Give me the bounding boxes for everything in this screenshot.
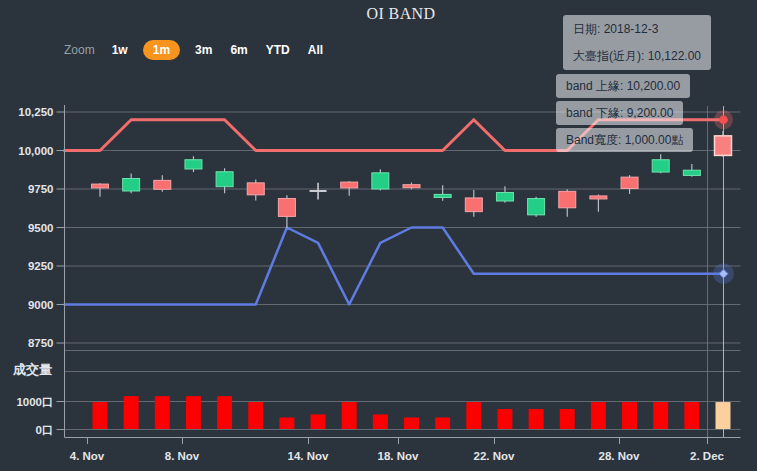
volume-bar: [435, 417, 450, 429]
down-candle: [621, 177, 638, 188]
chart-canvas[interactable]: 10,25010,000975095009250900087501000口0口成…: [0, 0, 757, 471]
range-button-all[interactable]: All: [305, 40, 326, 60]
volume-bar: [404, 417, 419, 429]
volume-bar: [653, 402, 668, 429]
down-candle: [154, 180, 171, 189]
tooltip-date-line: 日期: 2018-12-3: [573, 22, 701, 36]
svg-text:22. Nov: 22. Nov: [474, 450, 516, 462]
zoom-label: Zoom: [64, 43, 95, 57]
svg-text:9500: 9500: [28, 222, 54, 234]
volume-bar: [217, 396, 232, 429]
svg-text:10,250: 10,250: [18, 106, 53, 118]
down-candle: [92, 184, 109, 188]
svg-text:4. Nov: 4. Nov: [70, 450, 105, 462]
up-candle: [652, 160, 669, 172]
range-button-3m[interactable]: 3m: [192, 40, 215, 60]
tooltip-band-width-box: Band寬度: 1,000.00點: [556, 128, 693, 152]
volume-bar: [342, 402, 357, 429]
up-candle: [185, 160, 202, 169]
volume-bar: [560, 409, 575, 429]
down-candle: [715, 136, 732, 156]
svg-text:9250: 9250: [28, 260, 54, 272]
volume-bar: [684, 402, 699, 429]
range-button-1w[interactable]: 1w: [109, 40, 131, 60]
down-candle: [403, 185, 420, 188]
volume-bar: [716, 402, 731, 429]
up-candle: [683, 170, 700, 175]
volume-bar: [93, 402, 108, 429]
svg-text:1000口: 1000口: [16, 396, 53, 408]
svg-text:8750: 8750: [28, 337, 54, 349]
volume-bar: [591, 402, 606, 429]
range-button-6m[interactable]: 6m: [227, 40, 250, 60]
up-candle: [528, 199, 545, 215]
volume-bar: [248, 402, 263, 429]
volume-bar: [186, 396, 201, 429]
volume-bar: [311, 414, 326, 429]
up-candle: [372, 173, 389, 189]
up-candle: [123, 179, 140, 191]
tooltip-band-lower-box: band 下緣: 9,200.00: [556, 101, 683, 125]
gridlines: [65, 106, 741, 438]
volume-bar: [279, 417, 294, 429]
svg-text:8. Nov: 8. Nov: [165, 450, 200, 462]
upper-band-marker: [719, 115, 728, 124]
down-candle: [465, 198, 482, 212]
svg-text:10,000: 10,000: [18, 145, 53, 157]
tooltip-main-box: 日期: 2018-12-3 大臺指(近月): 10,122.00: [563, 15, 711, 70]
volume-bar: [622, 402, 637, 429]
oi-band-chart-app: 10,25010,000975095009250900087501000口0口成…: [0, 0, 757, 471]
down-candle: [590, 196, 607, 199]
svg-text:18. Nov: 18. Nov: [378, 450, 420, 462]
tooltip-price-line: 大臺指(近月): 10,122.00: [573, 49, 701, 63]
range-selector: Zoom 1w 1m 3m 6m YTD All: [64, 40, 326, 60]
range-button-1m[interactable]: 1m: [143, 40, 180, 60]
volume-bar: [155, 396, 170, 429]
down-candle: [559, 191, 576, 207]
volume-bar: [124, 396, 139, 429]
up-candle: [496, 193, 513, 201]
volume-bar: [466, 402, 481, 429]
volume-bar: [497, 409, 512, 429]
svg-text:14. Nov: 14. Nov: [288, 450, 330, 462]
up-candle: [434, 194, 451, 197]
down-candle: [278, 199, 295, 217]
volume-bar: [373, 414, 388, 429]
volume-axis-title: 成交量: [12, 362, 52, 377]
tooltip-band-upper-box: band 上緣: 10,200.00: [556, 74, 690, 98]
volume-bar: [529, 409, 544, 429]
series: [65, 110, 735, 429]
svg-text:2. Dec: 2. Dec: [690, 450, 724, 462]
down-candle: [247, 183, 264, 195]
svg-text:28. Nov: 28. Nov: [599, 450, 641, 462]
up-candle: [216, 172, 233, 187]
down-candle: [341, 182, 358, 188]
range-button-ytd[interactable]: YTD: [263, 40, 293, 60]
svg-text:9750: 9750: [28, 183, 54, 195]
svg-text:9000: 9000: [28, 299, 54, 311]
svg-text:0口: 0口: [36, 424, 54, 436]
